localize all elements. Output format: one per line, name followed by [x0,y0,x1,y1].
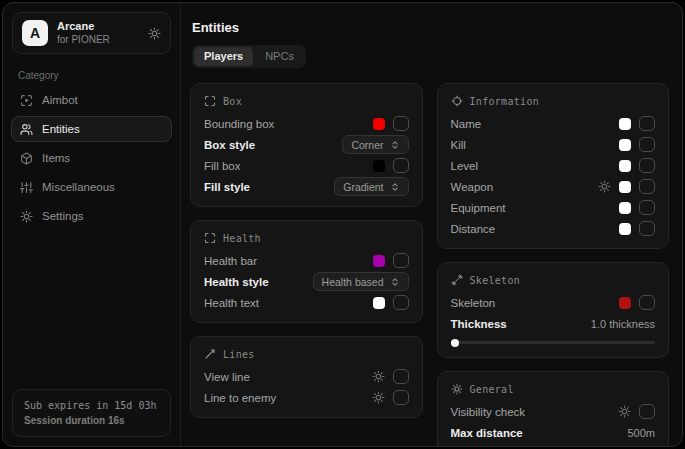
sidebar-item-settings[interactable]: Settings [11,203,172,229]
checkbox[interactable] [639,179,655,194]
setting-row-visibility-check: Visibility check [451,401,656,422]
page-title: Entities [192,20,669,35]
checkbox[interactable] [639,158,655,173]
checkbox[interactable] [393,116,409,131]
card-health: HealthHealth barHealth styleHealth based… [190,220,423,323]
subscription-box: Sub expires in 15d 03h Session duration … [12,389,171,437]
color-swatch[interactable] [619,160,631,172]
card-columns: BoxBounding boxBox styleCornerFill boxFi… [190,83,669,447]
checkbox[interactable] [639,295,655,310]
card-title: Information [470,96,540,107]
row-controls [598,179,655,194]
checkbox[interactable] [639,221,655,236]
checkbox[interactable] [393,253,409,268]
gear-icon[interactable] [372,391,385,404]
setting-row-fill-box: Fill box [204,155,409,176]
box-style-dropdown[interactable]: Corner [342,135,408,154]
setting-label: Distance [451,223,620,235]
row-controls [373,253,409,268]
setting-label: Bounding box [204,118,373,130]
setting-label: Max distance [451,427,628,439]
line-diagonal-icon [204,348,216,360]
skeleton-slider[interactable] [451,337,656,347]
row-controls [372,369,409,384]
tab-npcs[interactable]: NPCs [255,47,304,66]
right-column: InformationNameKillLevelWeaponEquipmentD… [437,83,670,447]
category-label: Category [18,70,180,81]
color-swatch[interactable] [619,202,631,214]
setting-row-view-line: View line [204,366,409,387]
checkbox[interactable] [393,369,409,384]
card-title: Box [223,96,242,107]
color-swatch[interactable] [619,139,631,151]
setting-row-skeleton: Skeleton [451,292,656,313]
setting-label: Kill [451,139,620,151]
checkbox[interactable] [393,295,409,310]
left-column: BoxBounding boxBox styleCornerFill boxFi… [190,83,423,447]
row-controls [373,295,409,310]
color-swatch[interactable] [373,297,385,309]
unfold-icon [390,277,400,287]
setting-row-level: Level [451,155,656,176]
card-box: BoxBounding boxBox styleCornerFill boxFi… [190,83,423,207]
gear-icon[interactable] [148,27,161,40]
setting-label: Level [451,160,620,172]
color-swatch[interactable] [619,297,631,309]
session-duration-text: Session duration 16s [24,413,159,428]
card-information: InformationNameKillLevelWeaponEquipmentD… [437,83,670,249]
sidebar-item-aimbot[interactable]: Aimbot [11,87,172,113]
gear-icon[interactable] [372,370,385,383]
card-title: Skeleton [470,275,521,286]
app-logo: A [22,20,48,46]
color-swatch[interactable] [619,223,631,235]
checkbox[interactable] [639,200,655,215]
setting-row-health-bar: Health bar [204,250,409,271]
tab-bar: PlayersNPCs [192,45,306,68]
main-content: Entities PlayersNPCs BoxBounding boxBox … [181,3,682,446]
card-header-general: General [451,383,656,395]
color-swatch[interactable] [619,181,631,193]
info-crosshair-icon [451,95,463,107]
fill-style-dropdown[interactable]: Gradient [334,177,408,196]
setting-row-kill: Kill [451,134,656,155]
row-controls: 1.0 thickness [591,318,655,330]
row-controls [619,116,655,131]
card-general: GeneralVisibility checkMax distance500m [437,371,670,447]
setting-row-weapon: Weapon [451,176,656,197]
checkbox[interactable] [639,116,655,131]
gear-icon[interactable] [598,180,611,193]
sidebar-item-items[interactable]: Items [11,145,172,171]
setting-label: Skeleton [451,297,620,309]
gear-icon[interactable] [618,405,631,418]
setting-label: Weapon [451,181,599,193]
checkbox[interactable] [639,137,655,152]
card-header-skeleton: Skeleton [451,274,656,286]
health-style-dropdown[interactable]: Health based [313,272,409,291]
sidebar-item-entities[interactable]: Entities [11,116,172,142]
general-slider[interactable] [451,446,656,447]
setting-value: 500m [627,427,655,439]
slider-thumb[interactable] [451,339,459,347]
card-header-health: Health [204,232,409,244]
sidebar-item-miscellaneous[interactable]: Miscellaneous [11,174,172,200]
setting-row-distance: Distance [451,218,656,239]
tab-players[interactable]: Players [194,47,253,66]
checkbox[interactable] [393,390,409,405]
color-swatch[interactable] [373,118,385,130]
checkbox[interactable] [393,158,409,173]
unfold-icon [390,182,400,192]
setting-label: View line [204,371,372,383]
color-swatch[interactable] [373,255,385,267]
brand-name: Arcane [57,20,139,34]
color-swatch[interactable] [373,160,385,172]
row-controls [373,116,409,131]
sidebar-item-label: Miscellaneous [42,181,115,193]
color-swatch[interactable] [619,118,631,130]
card-title: General [470,384,514,395]
row-controls [619,158,655,173]
row-controls [373,158,409,173]
gear-icon [20,210,33,223]
checkbox[interactable] [639,404,655,419]
setting-value: 1.0 thickness [591,318,655,330]
card-header-lines: Lines [204,348,409,360]
